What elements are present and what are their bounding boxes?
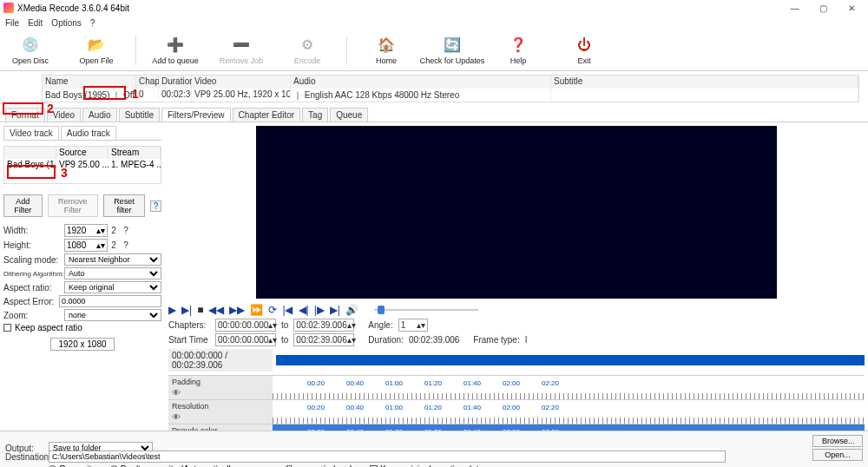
volume-slider[interactable] (374, 305, 478, 315)
open-button[interactable]: Open... (812, 449, 863, 461)
menu-options[interactable]: Options (51, 18, 81, 28)
aspect-select[interactable]: Keep original (64, 281, 161, 293)
browse-button[interactable]: Browse... (812, 435, 863, 447)
open-disc-button[interactable]: 💿Open Disc (3, 36, 57, 65)
tab-format[interactable]: Format (5, 108, 45, 122)
annot-num-1: 1 (132, 87, 139, 101)
start-time-from[interactable]: 00:00:00.000▴▾ (215, 333, 276, 346)
main-tabs: Format Video Audio Subtitle Filters/Prev… (0, 106, 868, 122)
play-end-icon[interactable]: ▶| (181, 304, 192, 316)
start-time-to[interactable]: 00:02:39.006▴▾ (293, 333, 354, 346)
subtab-audio-track[interactable]: Audio track (61, 126, 116, 140)
minus-icon: ➖ (232, 36, 251, 55)
zoom-select[interactable]: none (64, 309, 161, 321)
job-row[interactable]: Bad Boys (1995) ｜ Official Trailer.mp4 0… (43, 89, 858, 102)
toolbar: 💿Open Disc 📂Open File ➕Add to queue ➖Rem… (0, 30, 868, 71)
help-icon: ❓ (509, 36, 528, 55)
menu-edit[interactable]: Edit (28, 18, 43, 28)
tab-queue[interactable]: Queue (330, 108, 368, 122)
width-input[interactable]: 1920▴▾ (64, 224, 108, 237)
angle-input[interactable]: 1▴▾ (398, 319, 428, 332)
property-grid: Width:1920▴▾2? Height:1080▴▾2? Scaling m… (3, 224, 161, 351)
stop-icon[interactable]: ■ (197, 304, 203, 316)
remove-job-button: ➖Remove Job (214, 36, 268, 65)
keep-aspect-checkbox[interactable] (3, 324, 11, 332)
home-icon: 🏠 (377, 36, 396, 55)
window-controls[interactable]: — ▢ ✕ (781, 3, 865, 13)
ruler-1[interactable]: 00:2000:4001:0001:2001:4002:0002:20 (273, 376, 865, 400)
job-list: Name Chap. Duration Video Audio Subtitle… (42, 75, 859, 102)
close-icon[interactable]: ✕ (838, 3, 865, 13)
fast-forward-icon[interactable]: ⏩ (250, 304, 263, 316)
track-table: Source Stream Bad Boys (1... VP9 25.00 .… (3, 146, 161, 184)
aspect-error-input[interactable] (59, 295, 161, 307)
playback-controls: ▶ ▶| ■ ◀◀ ▶▶ ⏩ ⟳ |◀ ◀| |▶ ▶| 🔊 (168, 302, 865, 318)
annot-num-2: 2 (47, 102, 54, 115)
annot-num-3: 3 (61, 166, 68, 180)
chapter-from[interactable]: 00:00:00.000▴▾ (215, 319, 276, 332)
tl-track-padding[interactable]: Padding👁 (168, 376, 273, 400)
menu-help[interactable]: ? (90, 18, 95, 28)
ruler-2[interactable]: 00:2000:4001:0001:2001:4002:0002:20 (273, 400, 865, 424)
chapter-to[interactable]: 00:02:39.006▴▾ (293, 319, 354, 332)
reset-filter-button[interactable]: Reset filter (103, 194, 145, 217)
col-video[interactable]: Video (192, 76, 291, 89)
refresh-icon: 🔄 (443, 36, 462, 55)
plus-icon: ➕ (166, 36, 185, 55)
disc-icon: 💿 (21, 36, 40, 55)
loop-icon[interactable]: ⟳ (268, 304, 277, 316)
tab-chapter-editor[interactable]: Chapter Editor (233, 108, 300, 122)
time-bar[interactable]: 00:00:00:000 / 00:02:39.006 (168, 349, 865, 372)
folder-icon: 📂 (87, 36, 106, 55)
rewind-icon[interactable]: ◀◀ (208, 304, 224, 316)
eye-icon[interactable]: 👁 (172, 388, 181, 398)
app-icon (3, 3, 14, 13)
subtab-video-track[interactable]: Video track (3, 126, 59, 140)
step-fwd-icon[interactable]: |▶ (314, 304, 325, 316)
power-icon: ⏻ (575, 36, 594, 55)
step-back-icon[interactable]: ◀| (299, 304, 309, 316)
titlebar: XMedia Recode 3.6.0.4 64bit — ▢ ✕ (0, 0, 868, 16)
col-chap[interactable]: Chap. (136, 76, 159, 89)
col-sub[interactable]: Subtitle (551, 76, 858, 89)
volume-icon[interactable]: 🔊 (345, 304, 358, 316)
encode-button: ⚙Encode (280, 36, 334, 65)
gear-icon: ⚙ (298, 36, 317, 55)
remove-filter-button[interactable]: Remove Filter (48, 194, 98, 217)
add-queue-button[interactable]: ➕Add to queue (148, 36, 202, 65)
eye-icon[interactable]: 👁 (172, 412, 181, 422)
home-button[interactable]: 🏠Home (359, 36, 413, 65)
help-button[interactable]: ❓Help (491, 36, 545, 65)
output-dim-box: 1920 x 1080 (50, 338, 114, 351)
track-row[interactable]: Bad Boys (1... VP9 25.00 ... 1. MPEG-4 .… (4, 159, 161, 171)
tl-track-resolution[interactable]: Resolution👁 (168, 400, 273, 424)
scaling-select[interactable]: Nearest Neighbor (64, 253, 161, 266)
maximize-icon[interactable]: ▢ (810, 3, 836, 13)
video-preview[interactable] (256, 126, 777, 299)
tab-filters-preview[interactable]: Filters/Preview (161, 108, 231, 122)
help-icon-filters[interactable]: ? (150, 201, 161, 212)
minimize-icon[interactable]: — (781, 3, 807, 13)
mark-out-icon[interactable]: ▶| (330, 304, 340, 316)
tab-audio[interactable]: Audio (82, 108, 117, 122)
menu-file[interactable]: File (5, 18, 19, 28)
right-pane: ▶ ▶| ■ ◀◀ ▶▶ ⏩ ⟳ |◀ ◀| |▶ ▶| 🔊 Chapters:… (165, 122, 868, 452)
col-name[interactable]: Name (43, 76, 136, 89)
tab-subtitle[interactable]: Subtitle (119, 108, 160, 122)
dither-select[interactable]: Auto (64, 267, 161, 280)
destination-input[interactable] (49, 451, 726, 463)
height-input[interactable]: 1080▴▾ (64, 239, 108, 252)
menubar: File Edit Options ? (0, 16, 868, 30)
updates-button[interactable]: 🔄Check for Updates (425, 36, 479, 65)
tab-tag[interactable]: Tag (302, 108, 328, 122)
col-audio[interactable]: Audio (291, 76, 551, 89)
add-filter-button[interactable]: Add Filter (3, 194, 43, 217)
mark-in-icon[interactable]: |◀ (282, 304, 293, 316)
open-file-button[interactable]: 📂Open File (69, 36, 123, 65)
left-pane: Video track Audio track Source Stream Ba… (0, 122, 165, 452)
forward-icon[interactable]: ▶▶ (229, 304, 245, 316)
col-duration[interactable]: Duration (159, 76, 192, 89)
bottom-panel: Output: Save to folder Browse... Open...… (0, 431, 868, 467)
exit-button[interactable]: ⏻Exit (557, 36, 611, 65)
play-icon[interactable]: ▶ (168, 304, 176, 316)
